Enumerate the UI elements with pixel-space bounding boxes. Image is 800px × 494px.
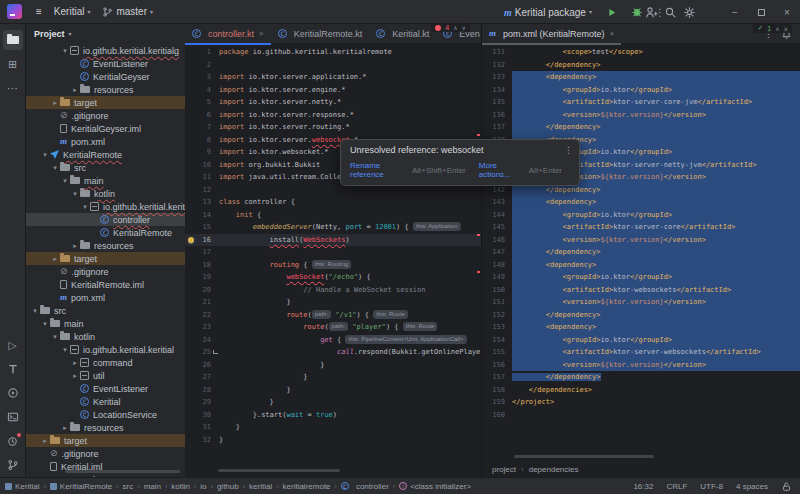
editor-tab[interactable]: CKeritial.kt xyxy=(369,24,436,44)
code-line[interactable]: 150 <artifactId>ktor-websockets</artifac… xyxy=(482,284,800,297)
tree-chevron-icon[interactable]: ▾ xyxy=(40,320,50,328)
code-line[interactable]: 133 <dependency> xyxy=(482,71,800,84)
tree-row[interactable]: CEventListener xyxy=(26,382,185,395)
code-line[interactable]: 152 </dependency> xyxy=(482,309,800,322)
tree-row[interactable]: ▾kotlin xyxy=(26,187,185,200)
close-button[interactable]: × xyxy=(774,0,800,24)
code-line[interactable]: 135 <artifactId>ktor-server-core-jvm</ar… xyxy=(482,96,800,109)
code-line[interactable]: 20 // Handle a WebSocket session xyxy=(185,284,481,297)
code-line[interactable]: 157 </dependency> xyxy=(482,371,800,384)
activity-version-control-button[interactable] xyxy=(3,455,23,475)
close-tab-icon[interactable]: × xyxy=(610,29,615,38)
tree-row[interactable]: CKeritialGeyser xyxy=(26,70,185,83)
activity-run-button[interactable]: ▷ xyxy=(3,335,23,355)
main-menu-button[interactable]: ≡ xyxy=(30,4,48,19)
tree-row[interactable]: ▾KeritialRemote xyxy=(26,148,185,161)
tree-row[interactable]: ▾io.github.keritial.keritialre xyxy=(26,200,185,213)
caret-position[interactable]: 16:32 xyxy=(633,482,653,491)
navbar-item[interactable]: src xyxy=(123,482,134,491)
tree-row[interactable]: KeritialGeyser.iml xyxy=(26,122,185,135)
code-line[interactable]: 25 call.respond(Bukkit.getOnlinePlayers(… xyxy=(185,346,481,359)
navbar-item[interactable]: Ccontroller xyxy=(341,482,389,491)
code-line[interactable]: 18 routing { this: Routing xyxy=(185,259,481,272)
code-line[interactable]: 137 </dependency> xyxy=(482,121,800,134)
code-line[interactable]: 155 <artifactId>ktor-server-websockets</… xyxy=(482,346,800,359)
code-line[interactable]: 16 install(WebSockets) xyxy=(185,234,481,247)
prev-error-button[interactable]: ∧ xyxy=(775,25,779,32)
code-line[interactable]: 27 } xyxy=(185,371,481,384)
code-line[interactable]: 149 <groupId>io.ktor</groupId> xyxy=(482,271,800,284)
tree-row[interactable]: ⊘.gitignore xyxy=(26,265,185,278)
tree-row[interactable]: ▾io.github.keritial.keritialg xyxy=(26,44,185,57)
navbar-item[interactable]: github xyxy=(217,482,239,491)
code-line[interactable]: 29 } xyxy=(185,396,481,409)
navbar-item[interactable]: io xyxy=(200,482,206,491)
tree-chevron-icon[interactable]: ▾ xyxy=(50,333,60,341)
tree-row[interactable]: mpom.xml xyxy=(26,135,185,148)
tree-row[interactable]: ▸target xyxy=(26,252,185,265)
xml-breadcrumbs[interactable]: project › dependencies xyxy=(482,462,579,477)
right-code-area[interactable]: 131 <scope>test</scope>132 </dependency>… xyxy=(482,44,800,462)
tree-chevron-icon[interactable]: ▸ xyxy=(70,372,80,380)
indent-style[interactable]: 4 spaces xyxy=(736,482,768,491)
tree-row[interactable]: ▸resources xyxy=(26,421,185,434)
code-line[interactable]: 136 <version>${ktor.version}</version> xyxy=(482,109,800,122)
tree-row[interactable]: Ccontroller xyxy=(26,213,185,226)
code-line[interactable]: 28 } xyxy=(185,384,481,397)
tree-row[interactable]: ▾main xyxy=(26,174,185,187)
prev-error-button[interactable]: ∧ xyxy=(453,24,457,31)
code-line[interactable]: 19 webSocket("/echo") { xyxy=(185,271,481,284)
run-config-selector[interactable]: m Keritial package ▾ xyxy=(498,5,598,20)
code-line[interactable]: 1package io.github.keritial.keritialremo… xyxy=(185,46,481,59)
tree-row[interactable]: CKeritial xyxy=(26,395,185,408)
run-button[interactable] xyxy=(600,5,623,20)
tree-row[interactable]: mpom.xml xyxy=(26,291,185,304)
code-line[interactable]: 24 get { this: PipelineContext<Unit, App… xyxy=(185,334,481,347)
code-line[interactable]: 4import io.ktor.server.engine.* xyxy=(185,84,481,97)
left-editor-hscrollbar[interactable] xyxy=(218,469,340,472)
project-selector[interactable]: Keritial ▾ xyxy=(48,4,97,19)
close-tab-icon[interactable]: × xyxy=(259,29,264,38)
tree-chevron-icon[interactable]: ▾ xyxy=(50,164,60,172)
code-line[interactable]: 151 <version>${ktor.version}</version> xyxy=(482,296,800,309)
tree-row[interactable]: ▸target xyxy=(26,96,185,109)
code-line[interactable]: 160 xyxy=(482,409,800,422)
code-line[interactable]: 2 xyxy=(185,59,481,72)
code-line[interactable]: 158 </dependencies> xyxy=(482,384,800,397)
tree-row[interactable]: ▸command xyxy=(26,356,185,369)
code-line[interactable]: 22 route(path: "/v1") { this: Route xyxy=(185,309,481,322)
activity-build-button[interactable] xyxy=(3,359,23,379)
tree-row[interactable]: ⊘.gitignore xyxy=(26,447,185,460)
next-error-button[interactable]: ∨ xyxy=(784,25,788,32)
right-editor-hscrollbar[interactable] xyxy=(514,455,654,458)
code-line[interactable]: 31 } xyxy=(185,421,481,434)
tree-chevron-icon[interactable]: ▾ xyxy=(30,307,40,315)
tree-row[interactable]: ▾src xyxy=(26,304,185,317)
activity-more-button[interactable]: ⋯ xyxy=(3,78,23,98)
tree-chevron-icon[interactable]: ▾ xyxy=(40,151,50,159)
tree-chevron-icon[interactable]: ▸ xyxy=(70,359,80,367)
tree-chevron-icon[interactable]: ▸ xyxy=(40,437,50,445)
code-line[interactable]: 147 </dependency> xyxy=(482,246,800,259)
tree-chevron-icon[interactable]: ▾ xyxy=(80,203,90,211)
code-line[interactable]: 154 <groupId>io.ktor</groupId> xyxy=(482,334,800,347)
navbar-item[interactable]: KeritialRemote xyxy=(50,482,112,491)
inspection-widget-left[interactable]: 4 ∧ ∨ xyxy=(431,23,470,32)
tree-row[interactable]: CLocationService xyxy=(26,408,185,421)
code-line[interactable]: 5import io.ktor.server.netty.* xyxy=(185,96,481,109)
code-line[interactable]: 144 <groupId>io.ktor</groupId> xyxy=(482,209,800,222)
code-line[interactable]: 146 <version>${ktor.version}</version> xyxy=(482,234,800,247)
navbar-item[interactable]: keritial xyxy=(249,482,272,491)
navbar-item[interactable]: kotlin xyxy=(171,482,190,491)
tree-row[interactable]: ▸resources xyxy=(26,239,185,252)
tree-chevron-icon[interactable]: ▾ xyxy=(70,190,80,198)
code-line[interactable]: 26 } xyxy=(185,359,481,372)
tree-row[interactable]: ⊘.gitignore xyxy=(26,109,185,122)
tree-row[interactable]: KeritialRemote.iml xyxy=(26,278,185,291)
code-line[interactable]: 3import io.ktor.server.application.* xyxy=(185,71,481,84)
readonly-toggle-icon[interactable] xyxy=(781,481,792,492)
activity-structure-button[interactable]: ⊞ xyxy=(3,54,23,74)
editor-tab[interactable]: Ccontroller.kt× xyxy=(185,24,271,44)
tree-chevron-icon[interactable]: ▾ xyxy=(60,346,70,354)
navbar-item[interactable]: main xyxy=(144,482,161,491)
